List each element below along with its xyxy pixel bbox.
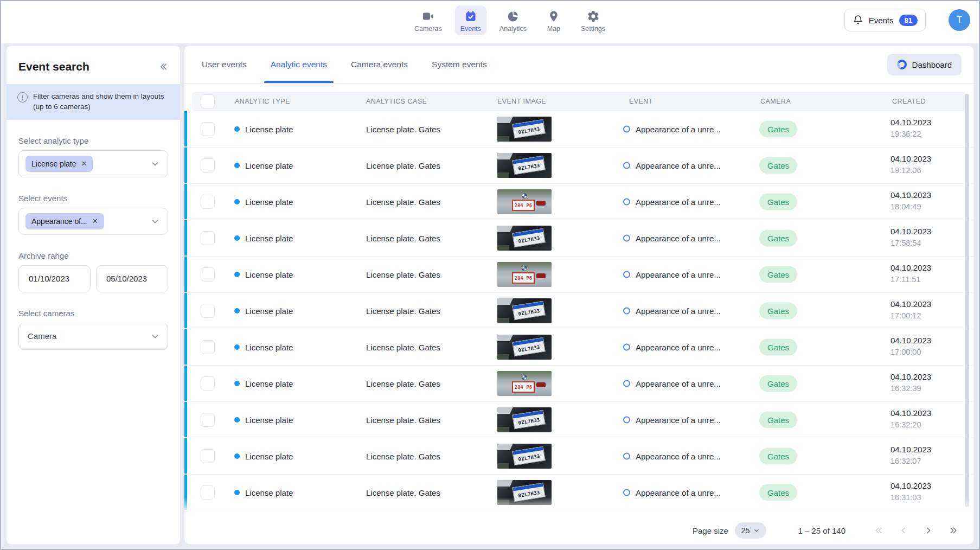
tab-system-events[interactable]: System events: [432, 46, 487, 83]
cameras-filter-label: Select cameras: [18, 309, 168, 318]
event-image-thumbnail[interactable]: 0ZL7H33: [497, 480, 552, 505]
event-cell: Appearance of a unre...: [636, 415, 721, 425]
event-ring-icon: [623, 380, 630, 387]
row-checkbox[interactable]: [201, 195, 215, 209]
event-image-thumbnail[interactable]: 284 P6: [497, 371, 552, 396]
app-window: Cameras Events Analytics Map: [0, 0, 980, 550]
table-row[interactable]: License plate License plate. Gates 0ZL7H…: [184, 438, 973, 475]
analytic-type-cell: License plate: [245, 343, 293, 352]
tab-user-events[interactable]: User events: [202, 46, 247, 83]
collapse-panel-icon[interactable]: [157, 61, 169, 73]
row-checkbox[interactable]: [201, 449, 215, 463]
event-image-thumbnail[interactable]: 284 P6: [497, 189, 552, 214]
camera-badge[interactable]: Gates: [759, 194, 797, 210]
next-page-icon[interactable]: [924, 526, 933, 535]
row-checkbox[interactable]: [201, 158, 215, 172]
row-checkbox[interactable]: [201, 376, 215, 391]
event-image-thumbnail[interactable]: 0ZL7H33: [497, 117, 552, 142]
table-row[interactable]: License plate License plate. Gates 284 P…: [184, 257, 973, 293]
dashboard-button[interactable]: Dashboard: [887, 54, 962, 75]
analytic-type-cell: License plate: [245, 234, 293, 243]
analytic-type-dot-icon: [234, 199, 240, 204]
analytic-type-cell: License plate: [245, 415, 293, 425]
camera-badge[interactable]: Gates: [759, 375, 797, 392]
table-row[interactable]: License plate License plate. Gates 0ZL7H…: [184, 148, 973, 184]
archive-from-input[interactable]: 01/10/2023: [18, 265, 91, 292]
created-time: 17:00:00: [891, 347, 931, 358]
event-image-thumbnail[interactable]: 0ZL7H33: [497, 153, 552, 178]
page-size-select[interactable]: 25: [735, 522, 767, 539]
analytic-type-dot-icon: [234, 344, 240, 350]
tab-analytic-events[interactable]: Analytic events: [271, 46, 327, 83]
events-select[interactable]: Appearance of... ✕: [18, 208, 168, 235]
table-row[interactable]: License plate License plate. Gates 0ZL7H…: [184, 402, 973, 438]
nav-item-events[interactable]: Events: [455, 5, 486, 35]
analytic-type-cell: License plate: [245, 306, 293, 316]
sidebar-header: Event search: [7, 46, 180, 84]
created-time: 19:36:22: [891, 129, 931, 140]
analytic-type-chip: License plate ✕: [25, 156, 93, 172]
created-date: 04.10.2023: [891, 444, 931, 456]
event-cell: Appearance of a unre...: [636, 161, 721, 170]
license-plate: 0ZL7H33: [512, 483, 546, 502]
camera-badge[interactable]: Gates: [759, 412, 797, 429]
table-scrollbar[interactable]: [965, 94, 969, 507]
row-checkbox[interactable]: [201, 304, 215, 318]
event-image-thumbnail[interactable]: 284 P6: [497, 262, 552, 287]
event-image-thumbnail[interactable]: 0ZL7H33: [497, 335, 552, 360]
row-checkbox[interactable]: [201, 340, 215, 354]
nav-item-settings[interactable]: Settings: [575, 5, 611, 35]
row-checkbox[interactable]: [201, 267, 215, 282]
chevron-down-icon: [150, 216, 160, 226]
avatar[interactable]: T: [949, 9, 970, 31]
camera-badge[interactable]: Gates: [759, 121, 797, 138]
row-accent-bar: [184, 402, 187, 437]
event-ring-icon: [623, 126, 630, 133]
row-checkbox[interactable]: [201, 231, 215, 245]
events-notifications-button[interactable]: Events 81: [844, 9, 926, 31]
license-plate: 0ZL7H33: [512, 337, 546, 357]
event-image-thumbnail[interactable]: 0ZL7H33: [497, 444, 552, 469]
event-ring-icon: [623, 235, 630, 242]
camera-badge[interactable]: Gates: [759, 230, 797, 247]
camera-badge[interactable]: Gates: [759, 157, 797, 174]
table-row[interactable]: License plate License plate. Gates 284 P…: [184, 184, 973, 220]
prev-page-icon[interactable]: [899, 526, 908, 535]
camera-badge[interactable]: Gates: [759, 303, 797, 319]
camera-badge[interactable]: Gates: [759, 448, 797, 465]
table-row[interactable]: License plate License plate. Gates 0ZL7H…: [184, 293, 973, 329]
select-all-checkbox[interactable]: [201, 94, 215, 108]
table-row[interactable]: License plate License plate. Gates 0ZL7H…: [184, 220, 973, 257]
created-cell: 04.10.2023 19:36:22: [891, 117, 931, 140]
archive-to-input[interactable]: 05/10/2023: [96, 265, 168, 292]
row-checkbox[interactable]: [201, 485, 215, 500]
first-page-icon[interactable]: [874, 526, 883, 535]
row-checkbox[interactable]: [201, 413, 215, 427]
event-image-thumbnail[interactable]: 0ZL7H33: [497, 407, 552, 432]
analytic-type-select[interactable]: License plate ✕: [18, 150, 168, 177]
license-plate: 0ZL7H33: [512, 301, 546, 321]
remove-chip-icon[interactable]: ✕: [81, 159, 87, 168]
table-row[interactable]: License plate License plate. Gates 0ZL7H…: [184, 111, 973, 148]
analytic-type-dot-icon: [234, 163, 240, 168]
camera-badge[interactable]: Gates: [759, 484, 797, 501]
table-row[interactable]: License plate License plate. Gates 0ZL7H…: [184, 475, 973, 511]
table-body: License plate License plate. Gates 0ZL7H…: [184, 111, 973, 544]
camera-badge[interactable]: Gates: [759, 266, 797, 283]
table-row[interactable]: License plate License plate. Gates 284 P…: [184, 366, 973, 402]
last-page-icon[interactable]: [949, 526, 958, 535]
camera-badge[interactable]: Gates: [759, 339, 797, 356]
notifications-count-badge: 81: [899, 15, 918, 26]
calendar-check-icon: [464, 9, 478, 23]
row-checkbox[interactable]: [201, 122, 215, 136]
created-date: 04.10.2023: [891, 335, 931, 347]
cameras-select[interactable]: Camera: [18, 323, 168, 350]
nav-item-analytics[interactable]: Analytics: [494, 5, 532, 35]
event-image-thumbnail[interactable]: 0ZL7H33: [497, 226, 552, 251]
tab-camera-events[interactable]: Camera events: [351, 46, 408, 83]
nav-item-map[interactable]: Map: [540, 5, 568, 35]
table-row[interactable]: License plate License plate. Gates 0ZL7H…: [184, 329, 973, 366]
nav-item-cameras[interactable]: Cameras: [409, 5, 447, 35]
remove-chip-icon[interactable]: ✕: [92, 217, 98, 225]
event-image-thumbnail[interactable]: 0ZL7H33: [497, 298, 552, 323]
